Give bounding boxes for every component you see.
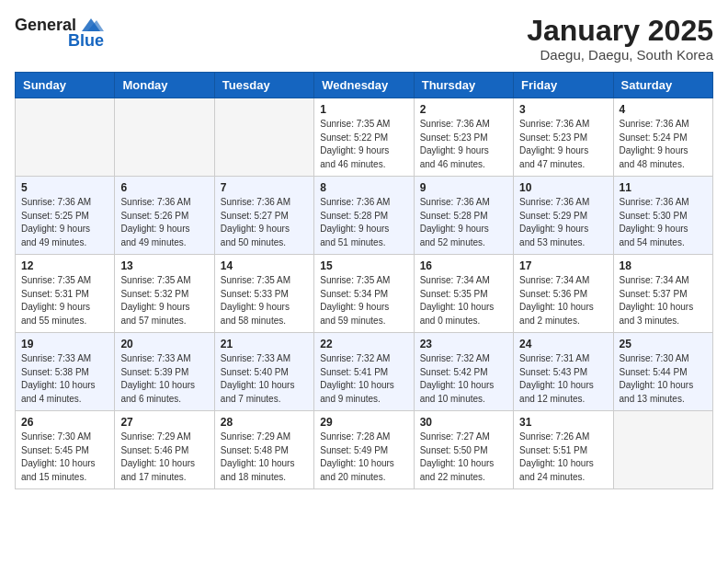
day-number: 19	[21, 338, 108, 350]
day-info: Sunrise: 7:32 AM Sunset: 5:42 PM Dayligh…	[420, 352, 507, 406]
day-info: Sunrise: 7:36 AM Sunset: 5:28 PM Dayligh…	[320, 196, 407, 249]
page-header: General Blue January 2025 Daegu, Daegu, …	[15, 15, 713, 63]
calendar-day-cell: 21Sunrise: 7:33 AM Sunset: 5:40 PM Dayli…	[214, 333, 313, 411]
calendar-day-cell: 25Sunrise: 7:30 AM Sunset: 5:44 PM Dayli…	[613, 333, 712, 411]
calendar-day-cell: 5Sunrise: 7:36 AM Sunset: 5:25 PM Daylig…	[16, 177, 115, 255]
day-number: 21	[221, 338, 308, 350]
day-info: Sunrise: 7:28 AM Sunset: 5:49 PM Dayligh…	[320, 431, 407, 484]
calendar-day-cell: 18Sunrise: 7:34 AM Sunset: 5:37 PM Dayli…	[613, 255, 712, 333]
day-number: 14	[221, 259, 308, 272]
day-info: Sunrise: 7:31 AM Sunset: 5:43 PM Dayligh…	[519, 352, 607, 406]
day-number: 16	[420, 259, 507, 272]
day-number: 2	[420, 103, 507, 116]
calendar-day-cell: 24Sunrise: 7:31 AM Sunset: 5:43 PM Dayli…	[514, 333, 613, 411]
logo-blue: Blue	[68, 31, 104, 51]
calendar-empty-cell	[16, 98, 115, 177]
day-number: 31	[519, 416, 607, 429]
weekday-header-friday: Friday	[514, 73, 613, 98]
day-number: 25	[620, 338, 707, 350]
day-number: 20	[120, 338, 208, 350]
day-number: 12	[21, 259, 108, 272]
day-info: Sunrise: 7:35 AM Sunset: 5:32 PM Dayligh…	[120, 274, 208, 327]
weekday-header-tuesday: Tuesday	[214, 73, 313, 98]
day-number: 28	[221, 416, 308, 429]
day-number: 29	[320, 416, 407, 429]
calendar-day-cell: 27Sunrise: 7:29 AM Sunset: 5:46 PM Dayli…	[115, 411, 214, 489]
day-info: Sunrise: 7:33 AM Sunset: 5:39 PM Dayligh…	[120, 352, 208, 406]
day-info: Sunrise: 7:30 AM Sunset: 5:45 PM Dayligh…	[21, 431, 108, 484]
day-info: Sunrise: 7:33 AM Sunset: 5:38 PM Dayligh…	[21, 352, 108, 406]
day-number: 26	[21, 416, 108, 429]
calendar-day-cell: 2Sunrise: 7:36 AM Sunset: 5:23 PM Daylig…	[414, 98, 513, 177]
calendar-day-cell: 14Sunrise: 7:35 AM Sunset: 5:33 PM Dayli…	[214, 255, 313, 333]
day-info: Sunrise: 7:29 AM Sunset: 5:48 PM Dayligh…	[221, 431, 308, 484]
calendar-day-cell: 10Sunrise: 7:36 AM Sunset: 5:29 PM Dayli…	[514, 177, 613, 255]
weekday-header-monday: Monday	[115, 73, 214, 98]
day-info: Sunrise: 7:36 AM Sunset: 5:23 PM Dayligh…	[420, 118, 507, 171]
calendar-day-cell: 12Sunrise: 7:35 AM Sunset: 5:31 PM Dayli…	[16, 255, 115, 333]
day-info: Sunrise: 7:34 AM Sunset: 5:35 PM Dayligh…	[420, 274, 507, 327]
weekday-header-wednesday: Wednesday	[314, 73, 414, 98]
logo-general: General	[15, 16, 76, 35]
calendar-day-cell: 26Sunrise: 7:30 AM Sunset: 5:45 PM Dayli…	[16, 411, 115, 489]
weekday-header-sunday: Sunday	[16, 73, 115, 98]
calendar-day-cell: 9Sunrise: 7:36 AM Sunset: 5:28 PM Daylig…	[414, 177, 513, 255]
day-number: 17	[519, 259, 607, 272]
day-info: Sunrise: 7:36 AM Sunset: 5:24 PM Dayligh…	[620, 118, 707, 171]
day-number: 15	[320, 259, 407, 272]
calendar-week-row: 12Sunrise: 7:35 AM Sunset: 5:31 PM Dayli…	[16, 255, 713, 333]
calendar-day-cell: 17Sunrise: 7:34 AM Sunset: 5:36 PM Dayli…	[514, 255, 613, 333]
day-number: 11	[620, 181, 707, 194]
day-number: 9	[420, 181, 507, 194]
day-info: Sunrise: 7:34 AM Sunset: 5:37 PM Dayligh…	[620, 274, 707, 327]
day-number: 4	[620, 103, 707, 116]
calendar-day-cell: 4Sunrise: 7:36 AM Sunset: 5:24 PM Daylig…	[613, 98, 712, 177]
day-number: 13	[120, 259, 208, 272]
title-block: January 2025 Daegu, Daegu, South Korea	[527, 15, 713, 63]
day-info: Sunrise: 7:30 AM Sunset: 5:44 PM Dayligh…	[620, 352, 707, 406]
calendar-day-cell: 8Sunrise: 7:36 AM Sunset: 5:28 PM Daylig…	[314, 177, 414, 255]
day-info: Sunrise: 7:36 AM Sunset: 5:30 PM Dayligh…	[620, 196, 707, 249]
day-number: 23	[420, 338, 507, 350]
day-number: 10	[519, 181, 607, 194]
day-info: Sunrise: 7:36 AM Sunset: 5:23 PM Dayligh…	[519, 118, 607, 171]
day-info: Sunrise: 7:36 AM Sunset: 5:29 PM Dayligh…	[519, 196, 607, 249]
day-info: Sunrise: 7:36 AM Sunset: 5:25 PM Dayligh…	[21, 196, 108, 249]
day-number: 22	[320, 338, 407, 350]
calendar-empty-cell	[613, 411, 712, 489]
calendar-day-cell: 15Sunrise: 7:35 AM Sunset: 5:34 PM Dayli…	[314, 255, 414, 333]
calendar-day-cell: 3Sunrise: 7:36 AM Sunset: 5:23 PM Daylig…	[514, 98, 613, 177]
weekday-header-saturday: Saturday	[613, 73, 712, 98]
day-number: 27	[120, 416, 208, 429]
calendar-empty-cell	[214, 98, 313, 177]
calendar-day-cell: 6Sunrise: 7:36 AM Sunset: 5:26 PM Daylig…	[115, 177, 214, 255]
day-number: 3	[519, 103, 607, 116]
calendar-day-cell: 20Sunrise: 7:33 AM Sunset: 5:39 PM Dayli…	[115, 333, 214, 411]
day-number: 18	[620, 259, 707, 272]
month-title: January 2025	[527, 15, 713, 47]
day-number: 24	[519, 338, 607, 350]
calendar-day-cell: 7Sunrise: 7:36 AM Sunset: 5:27 PM Daylig…	[214, 177, 313, 255]
calendar-day-cell: 1Sunrise: 7:35 AM Sunset: 5:22 PM Daylig…	[314, 98, 414, 177]
calendar-empty-cell	[115, 98, 214, 177]
location-title: Daegu, Daegu, South Korea	[527, 47, 713, 63]
day-info: Sunrise: 7:29 AM Sunset: 5:46 PM Dayligh…	[120, 431, 208, 484]
day-number: 7	[221, 181, 308, 194]
calendar-day-cell: 29Sunrise: 7:28 AM Sunset: 5:49 PM Dayli…	[314, 411, 414, 489]
day-info: Sunrise: 7:36 AM Sunset: 5:27 PM Dayligh…	[221, 196, 308, 249]
day-info: Sunrise: 7:33 AM Sunset: 5:40 PM Dayligh…	[221, 352, 308, 406]
weekday-header-row: SundayMondayTuesdayWednesdayThursdayFrid…	[16, 73, 713, 98]
day-number: 30	[420, 416, 507, 429]
calendar-day-cell: 30Sunrise: 7:27 AM Sunset: 5:50 PM Dayli…	[414, 411, 513, 489]
calendar-week-row: 19Sunrise: 7:33 AM Sunset: 5:38 PM Dayli…	[16, 333, 713, 411]
calendar-day-cell: 11Sunrise: 7:36 AM Sunset: 5:30 PM Dayli…	[613, 177, 712, 255]
calendar-day-cell: 28Sunrise: 7:29 AM Sunset: 5:48 PM Dayli…	[214, 411, 313, 489]
day-number: 8	[320, 181, 407, 194]
day-number: 1	[320, 103, 407, 116]
day-info: Sunrise: 7:27 AM Sunset: 5:50 PM Dayligh…	[420, 431, 507, 484]
calendar-week-row: 26Sunrise: 7:30 AM Sunset: 5:45 PM Dayli…	[16, 411, 713, 489]
calendar-day-cell: 23Sunrise: 7:32 AM Sunset: 5:42 PM Dayli…	[414, 333, 513, 411]
calendar-day-cell: 19Sunrise: 7:33 AM Sunset: 5:38 PM Dayli…	[16, 333, 115, 411]
weekday-header-thursday: Thursday	[414, 73, 513, 98]
day-info: Sunrise: 7:32 AM Sunset: 5:41 PM Dayligh…	[320, 352, 407, 406]
